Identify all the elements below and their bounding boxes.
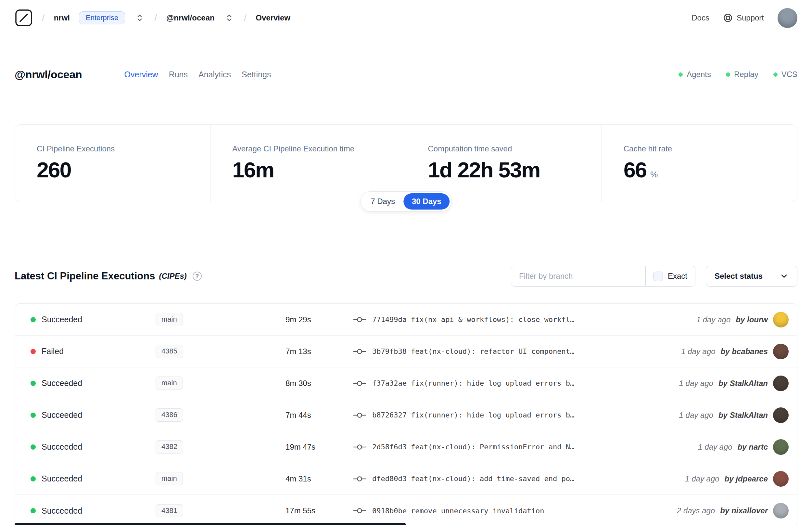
- tab-settings[interactable]: Settings: [242, 70, 271, 79]
- support-label: Support: [737, 13, 764, 22]
- commit-icon: [353, 508, 366, 514]
- cipe-row[interactable]: Succeeded 4382 19m 47s 2d58f6d3 feat(nx-…: [15, 431, 797, 463]
- cipe-status: Succeeded: [42, 410, 82, 420]
- stat-value: 260: [37, 157, 204, 182]
- commit-hash: dfed80d3: [372, 475, 407, 483]
- cipe-time: 1 day ago: [681, 347, 715, 356]
- status-dot: [31, 508, 36, 513]
- cipe-duration: 7m 13s: [286, 347, 353, 356]
- status-dot: [31, 317, 36, 322]
- indicator-agents[interactable]: Agents: [678, 70, 711, 79]
- cipe-status: Succeeded: [42, 442, 82, 452]
- commit-hash: 3b79fb38: [372, 347, 407, 356]
- page-header: @nrwl/ocean Overview Runs Analytics Sett…: [15, 66, 797, 83]
- status-dot: [31, 476, 36, 481]
- cipe-duration: 4m 31s: [286, 474, 353, 483]
- branch-filter-input[interactable]: [511, 266, 645, 286]
- exact-toggle[interactable]: Exact: [645, 266, 695, 286]
- bottom-banner-partial: [15, 523, 406, 525]
- cipe-row[interactable]: Succeeded main 4m 31s dfed80d3 feat(nx-c…: [15, 463, 797, 495]
- page-title: @nrwl/ocean: [15, 68, 82, 81]
- stat-ci-pipeline-executions: CI Pipeline Executions 260: [15, 125, 210, 202]
- cipe-status: Succeeded: [42, 315, 82, 324]
- indicator-label: Agents: [687, 70, 711, 79]
- support-link[interactable]: Support: [723, 13, 764, 23]
- branch-badge[interactable]: main: [156, 313, 183, 326]
- help-icon[interactable]: ?: [193, 272, 202, 281]
- cipe-row[interactable]: Succeeded main 8m 30s f37a32ae fix(runne…: [15, 368, 797, 399]
- branch-badge[interactable]: 4381: [156, 504, 183, 517]
- commit-icon: [353, 380, 366, 387]
- nx-logo[interactable]: [15, 9, 33, 27]
- author-avatar: [773, 407, 788, 423]
- cipe-duration: 8m 30s: [286, 379, 353, 388]
- stat-label: Cache hit rate: [624, 144, 791, 153]
- stat-unit: %: [650, 169, 658, 180]
- cipe-duration: 17m 55s: [286, 506, 353, 515]
- breadcrumb-separator: /: [154, 12, 157, 24]
- commit-message: feat(nx-cloud): add time-saved end po…: [411, 475, 574, 483]
- indicator-vcs[interactable]: VCS: [773, 70, 797, 79]
- stat-label: Average CI Pipeline Execution time: [232, 144, 399, 153]
- status-select-label: Select status: [715, 272, 763, 281]
- stat-label: Computation time saved: [428, 144, 595, 153]
- stats-cards: CI Pipeline Executions 260 Average CI Pi…: [15, 124, 797, 202]
- workspace-tabs: Overview Runs Analytics Settings: [124, 70, 271, 79]
- range-30-days-button[interactable]: 30 Days: [403, 193, 450, 210]
- cipe-row[interactable]: Succeeded 4381 17m 55s 0918b0be remove u…: [15, 495, 797, 525]
- cipe-row[interactable]: Failed 4385 7m 13s 3b79fb38 feat(nx-clou…: [15, 335, 797, 368]
- cipe-filters: Exact Select status: [511, 266, 797, 287]
- tab-runs[interactable]: Runs: [169, 70, 188, 79]
- support-icon: [723, 13, 733, 23]
- commit-icon: [353, 412, 366, 418]
- cipe-row[interactable]: Succeeded 4386 7m 44s b8726327 fix(runne…: [15, 399, 797, 431]
- feature-indicators: Agents Replay VCS: [659, 67, 797, 82]
- cipe-row[interactable]: Succeeded main 9m 29s 771499da fix(nx-ap…: [15, 304, 797, 335]
- indicator-replay[interactable]: Replay: [726, 70, 759, 79]
- cipe-author: by nartc: [738, 442, 768, 452]
- branch-badge[interactable]: 4386: [156, 408, 183, 421]
- stat-value: 66 %: [624, 157, 791, 182]
- author-avatar: [773, 312, 788, 328]
- commit-message: feat(nx-cloud): refactor UI component…: [411, 347, 574, 356]
- cipe-duration: 19m 47s: [286, 442, 353, 452]
- status-select[interactable]: Select status: [706, 266, 797, 287]
- workspace-switcher[interactable]: [224, 12, 235, 24]
- branch-badge[interactable]: main: [156, 376, 183, 390]
- stat-cache-hit-rate: Cache hit rate 66 %: [601, 125, 797, 202]
- cipe-time: 1 day ago: [696, 315, 731, 324]
- breadcrumb-workspace[interactable]: @nrwl/ocean: [166, 13, 215, 22]
- branch-badge[interactable]: 4382: [156, 440, 183, 453]
- stat-average-execution-time: Average CI Pipeline Execution time 16m: [210, 125, 406, 202]
- breadcrumb-separator: /: [42, 12, 45, 24]
- breadcrumb-page: Overview: [256, 13, 290, 22]
- commit-icon: [353, 476, 366, 482]
- docs-link[interactable]: Docs: [691, 13, 709, 22]
- cipe-section-header: Latest CI Pipeline Executions (CIPEs) ? …: [15, 266, 797, 287]
- user-avatar[interactable]: [778, 8, 797, 28]
- cipe-duration: 9m 29s: [286, 315, 353, 324]
- status-dot: [31, 381, 36, 386]
- range-7-days-button[interactable]: 7 Days: [362, 193, 403, 210]
- status-dot: [31, 445, 36, 450]
- commit-message: feat(nx-cloud): PermissionError and N…: [411, 443, 574, 451]
- breadcrumb-org[interactable]: nrwl: [54, 13, 70, 22]
- cipe-table: Succeeded main 9m 29s 771499da fix(nx-ap…: [15, 303, 797, 525]
- author-avatar: [773, 439, 788, 455]
- cipe-status: Failed: [42, 347, 64, 356]
- tab-analytics[interactable]: Analytics: [198, 70, 231, 79]
- branch-badge[interactable]: main: [156, 472, 183, 485]
- org-switcher[interactable]: [134, 12, 145, 24]
- author-avatar: [773, 376, 788, 391]
- status-dot: [31, 349, 36, 354]
- cipe-author: by StalkAltan: [718, 379, 768, 388]
- exact-checkbox[interactable]: [654, 272, 663, 281]
- commit-hash: 2d58f6d3: [372, 443, 407, 451]
- commit-message: fix(runner): hide log upload errors b…: [411, 379, 574, 387]
- branch-badge[interactable]: 4385: [156, 345, 183, 358]
- branch-filter-group: Exact: [511, 266, 695, 287]
- top-navbar: / nrwl Enterprise / @nrwl/ocean / Overvi…: [0, 0, 812, 36]
- tab-overview[interactable]: Overview: [124, 70, 158, 79]
- green-dot-icon: [726, 73, 730, 77]
- cipe-author: by jdpearce: [725, 474, 768, 483]
